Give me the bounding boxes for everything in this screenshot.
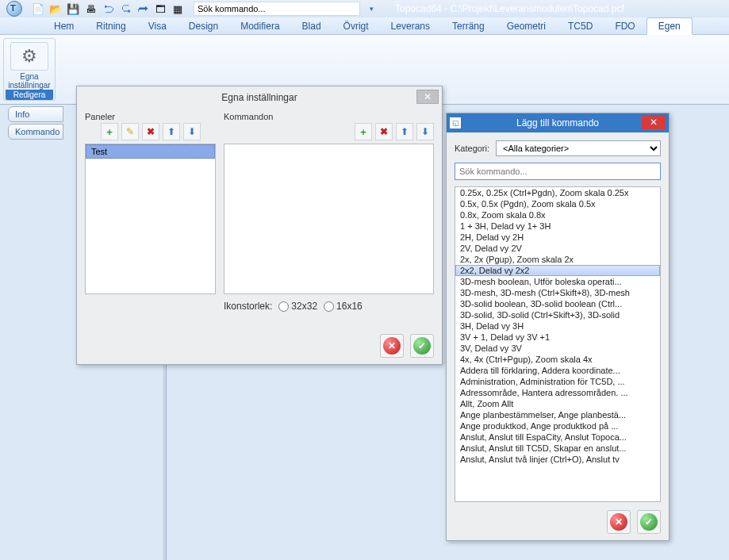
app-icon: [6, 1, 22, 17]
cmd-delete-button[interactable]: ✖: [375, 123, 393, 140]
available-commands-list[interactable]: 0.25x, 0.25x (Ctrl+Pgdn), Zoom skala 0.2…: [455, 186, 661, 502]
grid-icon[interactable]: ▦: [171, 2, 184, 15]
cancel-icon: ✕: [383, 337, 401, 355]
tab-ritning[interactable]: Ritning: [85, 18, 136, 34]
panel-edit-button[interactable]: ✎: [121, 123, 139, 140]
command-search-input[interactable]: [194, 2, 360, 16]
tab-visa[interactable]: Visa: [137, 18, 178, 34]
command-item[interactable]: Administration, Administration för TC5D,…: [455, 376, 660, 387]
undo-icon[interactable]: ⮌: [102, 2, 114, 15]
ok-button[interactable]: ✓: [637, 510, 661, 534]
tab-leverans[interactable]: Leverans: [380, 18, 441, 34]
iconsize-32-radio[interactable]: 32x32: [278, 301, 317, 312]
side-tabs: InfoKommando: [0, 106, 63, 141]
group-label: Egna inställningar: [8, 72, 50, 90]
close-button[interactable]: ✕: [416, 90, 439, 104]
tab-geometri[interactable]: Geometri: [496, 18, 557, 34]
qat-dropdown-icon[interactable]: ▾: [365, 2, 378, 15]
commands-heading: Kommandon: [224, 112, 434, 121]
command-item[interactable]: 3D-solid, 3D-solid (Ctrl+Skift+3), 3D-so…: [455, 309, 660, 320]
dialog-titlebar[interactable]: ◱ Lägg till kommando ✕: [447, 113, 669, 132]
own-settings-button[interactable]: ⚙: [10, 42, 48, 71]
command-item[interactable]: 2H, Delad vy 2H: [455, 232, 660, 243]
panels-listbox[interactable]: Test: [85, 144, 216, 294]
print-icon[interactable]: 🖶: [84, 2, 97, 15]
command-item[interactable]: Anslut, Anslut till EspaCity, Anslut Top…: [455, 432, 660, 443]
ribbon-group-settings: ⚙ Egna inställningar Redigera: [3, 38, 56, 101]
close-button[interactable]: ✕: [642, 115, 666, 129]
new-icon[interactable]: 📄: [32, 2, 44, 15]
command-item[interactable]: 3V, Delad vy 3V: [455, 343, 660, 354]
tab-design[interactable]: Design: [178, 18, 229, 34]
tab-egen[interactable]: Egen: [647, 17, 693, 35]
ok-icon: ✓: [413, 337, 431, 355]
command-item[interactable]: 3V + 1, Delad vy 3V +1: [455, 332, 660, 343]
ok-button[interactable]: ✓: [410, 334, 434, 358]
commands-listbox[interactable]: [224, 144, 434, 294]
tab-övrigt[interactable]: Övrigt: [332, 18, 380, 34]
category-select[interactable]: <Alla kategorier>: [496, 140, 661, 156]
command-item[interactable]: Addera till förklaring, Addera koordinat…: [455, 365, 660, 376]
app-menu-button[interactable]: [3, 0, 25, 17]
command-item[interactable]: 2x, 2x (Pgup), Zoom skala 2x: [455, 254, 660, 265]
tab-blad[interactable]: Blad: [291, 18, 332, 34]
add-icon: ＋: [359, 125, 368, 139]
panel-move-down-button[interactable]: ⬇: [183, 123, 201, 140]
tab-hem[interactable]: Hem: [43, 18, 85, 34]
panel-item[interactable]: Test: [86, 144, 215, 159]
cmd-move-down-button[interactable]: ⬇: [416, 123, 434, 140]
command-item[interactable]: 3H, Delad vy 3H: [455, 320, 660, 332]
panels-heading: Paneler: [85, 112, 216, 121]
command-item[interactable]: 4x, 4x (Ctrl+Pgup), Zoom skala 4x: [455, 354, 660, 365]
command-item[interactable]: 2x2, Delad vy 2x2: [455, 265, 660, 276]
command-item[interactable]: Anslut, Anslut till TC5D, Skapar en ansl…: [455, 443, 660, 454]
sidetab-info[interactable]: Info: [8, 106, 63, 122]
panel-delete-button[interactable]: ✖: [142, 123, 159, 140]
titlebar: 📄 📂 💾 🖶 ⮌ ⮎ ⮫ 🗔 ▦ ▾ Topocad64 - C:\Proje…: [0, 0, 729, 17]
open-icon[interactable]: 📂: [49, 2, 62, 15]
window-icon: ◱: [450, 117, 461, 128]
command-item[interactable]: Ange planbestämmelser, Ange planbestä...: [455, 409, 660, 420]
own-settings-dialog: Egna inställningar ✕ Paneler ＋ ✎ ✖ ⬆ ⬇ T…: [76, 86, 443, 365]
command-item[interactable]: 3D-solid boolean, 3D-solid boolean (Ctrl…: [455, 298, 660, 309]
tab-modifiera[interactable]: Modifiera: [229, 18, 290, 34]
command-item[interactable]: 0.8x, Zoom skala 0.8x: [455, 209, 660, 221]
redo-icon[interactable]: ⮎: [119, 2, 132, 15]
save-icon[interactable]: 💾: [67, 2, 79, 15]
add-icon: ＋: [105, 125, 114, 139]
cancel-button[interactable]: ✕: [607, 510, 631, 534]
tab-tc5d[interactable]: TC5D: [557, 18, 604, 34]
sidetab-kommando[interactable]: Kommando: [8, 124, 63, 140]
dialog-titlebar[interactable]: Egna inställningar ✕: [77, 86, 442, 109]
panel-add-button[interactable]: ＋: [101, 123, 118, 140]
command-item[interactable]: Ange produktkod, Ange produktkod på ...: [455, 420, 660, 432]
layers-icon[interactable]: 🗔: [154, 2, 167, 15]
close-icon: ✕: [424, 91, 432, 102]
command-item[interactable]: Allt, Zoom Allt: [455, 398, 660, 409]
command-item[interactable]: 3D-mesh, 3D-mesh (Ctrl+Skift+8), 3D-mesh: [455, 287, 660, 298]
export-icon[interactable]: ⮫: [136, 2, 149, 15]
command-item[interactable]: 1 + 3H, Delad vy 1+ 3H: [455, 221, 660, 232]
command-search-field[interactable]: [455, 163, 661, 180]
arrow-down-icon: ⬇: [188, 126, 196, 137]
command-item[interactable]: Adressområde, Hantera adressområden. ...: [455, 387, 660, 398]
arrow-up-icon: ⬆: [167, 126, 175, 137]
command-item[interactable]: 0.5x, 0.5x (Pgdn), Zoom skala 0.5x: [455, 198, 660, 209]
tab-fdo[interactable]: FDO: [604, 18, 646, 34]
command-item[interactable]: 2V, Delad vy 2V: [455, 243, 660, 254]
cancel-button[interactable]: ✕: [380, 334, 404, 358]
group-band: Redigera: [6, 90, 53, 100]
tab-terräng[interactable]: Terräng: [441, 18, 496, 34]
command-item[interactable]: 3D-mesh boolean, Utför boleska operati..…: [455, 276, 660, 287]
panel-move-up-button[interactable]: ⬆: [163, 123, 180, 140]
iconsize-label: Ikonstorlek:: [224, 301, 272, 312]
ok-icon: ✓: [640, 513, 658, 531]
dialog-title: Egna inställningar: [221, 92, 297, 103]
arrow-up-icon: ⬆: [401, 126, 409, 137]
iconsize-16-radio[interactable]: 16x16: [324, 301, 363, 312]
cmd-move-up-button[interactable]: ⬆: [396, 123, 413, 140]
command-item[interactable]: 0.25x, 0.25x (Ctrl+Pgdn), Zoom skala 0.2…: [455, 187, 660, 198]
cmd-add-button[interactable]: ＋: [355, 123, 372, 140]
command-item[interactable]: Anslut, Anslut två linjer (Ctrl+O), Ansl…: [455, 454, 660, 465]
gear-icon: ⚙: [21, 46, 37, 67]
